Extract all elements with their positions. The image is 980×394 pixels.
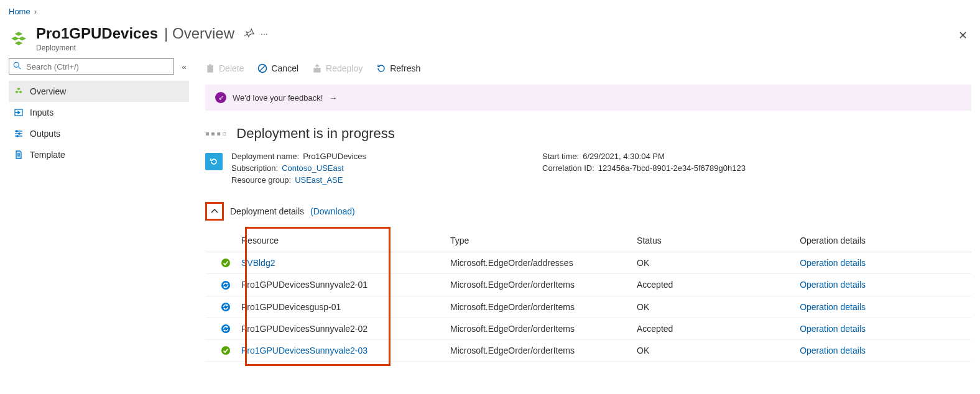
correlation-id: Correlation ID:123456a-7bcd-8901-2e34-5f… (542, 163, 746, 173)
resource-type: Microsoft.EdgeOrder/orderItems (450, 280, 575, 290)
resource-type: Microsoft.EdgeOrder/orderItems (450, 346, 575, 355)
sidebar-item-outputs[interactable]: Outputs (9, 123, 189, 144)
resource-link[interactable]: Pro1GPUDevicesSunnyvale2-03 (241, 346, 368, 355)
sidebar-item-template[interactable]: Template (9, 144, 189, 165)
sync-icon (220, 280, 231, 291)
subscription: Subscription:Contoso_USEast (231, 163, 517, 173)
operation-details-link[interactable]: Operation details (800, 302, 866, 312)
svg-rect-24 (314, 68, 320, 72)
chevron-right-icon: › (34, 7, 37, 16)
resource-name: Pro1GPUDevicesgusp-01 (241, 302, 341, 312)
sidebar-item-label: Template (30, 150, 65, 160)
check-circle-icon (220, 257, 231, 268)
subscription-link[interactable]: Contoso_USEast (282, 163, 344, 173)
svg-point-28 (221, 303, 230, 311)
page-subtitle: Deployment (36, 44, 268, 52)
svg-point-30 (221, 346, 230, 355)
sidebar: « Overview Inputs (9, 57, 189, 362)
sidebar-item-label: Outputs (30, 129, 60, 139)
svg-point-15 (17, 135, 18, 137)
svg-rect-19 (208, 66, 213, 72)
deployment-metadata: Deployment name:Pro1GPUDevices Start tim… (205, 152, 971, 185)
operation-details-link[interactable]: Operation details (800, 346, 866, 355)
toolbar: Delete Cancel Redeploy Refresh (205, 57, 971, 80)
resource-type: Microsoft.EdgeOrder/orderItems (450, 324, 575, 334)
svg-point-26 (221, 259, 230, 267)
table-row: SVBldg2Microsoft.EdgeOrder/addressesOKOp… (205, 252, 971, 274)
svg-point-14 (19, 133, 20, 134)
resource-group: Resource group:USEast_ASE (231, 175, 517, 185)
sync-icon (220, 323, 231, 334)
main-panel: Delete Cancel Redeploy Refresh ➶ We'd lo… (189, 57, 971, 362)
status-heading: Deployment is in progress (236, 126, 394, 142)
deployment-name: Deployment name:Pro1GPUDevices (231, 152, 517, 161)
feedback-icon: ➶ (215, 92, 226, 103)
outputs-icon (14, 129, 24, 138)
col-resource: Resource (236, 229, 445, 252)
resource-status: OK (637, 346, 649, 355)
svg-point-13 (16, 131, 17, 132)
inputs-icon (14, 108, 24, 117)
page-section: | Overview (164, 25, 234, 42)
svg-marker-6 (17, 88, 21, 90)
deployment-icon (9, 29, 29, 48)
breadcrumb-home[interactable]: Home (9, 7, 30, 16)
redeploy-button[interactable]: Redeploy (312, 63, 363, 73)
svg-marker-0 (15, 32, 22, 36)
deployment-details: Deployment details (Download) Resource T… (205, 202, 971, 362)
col-status: Status (632, 229, 793, 252)
operation-details-link[interactable]: Operation details (800, 280, 866, 290)
resource-name: Pro1GPUDevicesSunnyvale2-02 (241, 324, 368, 334)
close-icon[interactable]: ✕ (958, 29, 968, 42)
pin-icon[interactable] (244, 28, 254, 40)
download-link[interactable]: (Download) (310, 206, 355, 216)
sidebar-item-label: Inputs (30, 108, 53, 117)
arrow-right-icon: → (329, 93, 337, 103)
svg-point-4 (14, 62, 19, 67)
refresh-button[interactable]: Refresh (376, 63, 420, 73)
cancel-button[interactable]: Cancel (257, 63, 298, 73)
highlight-box (205, 202, 224, 221)
table-row: Pro1GPUDevicesSunnyvale2-03Microsoft.Edg… (205, 340, 971, 362)
col-op: Operation details (793, 229, 971, 252)
check-circle-icon (220, 345, 231, 356)
svg-marker-3 (15, 42, 22, 45)
page-header: Pro1GPUDevices | Overview ··· Deployment… (9, 22, 971, 57)
sidebar-item-inputs[interactable]: Inputs (9, 102, 189, 123)
details-table: Resource Type Status Operation details S… (205, 229, 971, 362)
page-title: Pro1GPUDevices (36, 25, 158, 42)
feedback-banner[interactable]: ➶ We'd love your feedback! → (205, 85, 971, 111)
table-row: Pro1GPUDevicesgusp-01Microsoft.EdgeOrder… (205, 296, 971, 318)
resource-group-link[interactable]: USEast_ASE (295, 175, 343, 185)
resource-status: OK (637, 258, 649, 268)
more-icon[interactable]: ··· (261, 29, 268, 39)
svg-point-27 (221, 281, 230, 290)
svg-point-29 (221, 324, 230, 333)
sidebar-item-overview[interactable]: Overview (9, 81, 189, 102)
collapse-sidebar-icon[interactable]: « (179, 62, 189, 71)
operation-details-link[interactable]: Operation details (800, 258, 866, 268)
table-row: Pro1GPUDevicesSunnyvale2-02Microsoft.Edg… (205, 318, 971, 339)
svg-line-23 (260, 66, 266, 71)
col-type: Type (445, 229, 632, 252)
resource-status: Accepted (637, 280, 673, 290)
resource-name: Pro1GPUDevicesSunnyvale2-01 (241, 280, 368, 290)
deployment-badge-icon (205, 153, 223, 170)
chevron-up-icon[interactable] (208, 205, 221, 218)
search-input[interactable] (25, 62, 170, 72)
table-row: Pro1GPUDevicesSunnyvale2-01Microsoft.Edg… (205, 274, 971, 296)
sync-icon (220, 301, 231, 313)
svg-marker-7 (15, 91, 19, 93)
svg-marker-1 (12, 37, 19, 40)
template-icon (14, 150, 24, 159)
details-title: Deployment details (230, 206, 304, 216)
sidebar-item-label: Overview (30, 86, 66, 96)
operation-details-link[interactable]: Operation details (800, 324, 866, 334)
svg-marker-8 (19, 91, 22, 93)
delete-button[interactable]: Delete (205, 63, 244, 73)
start-time: Start time:6/29/2021, 4:30:04 PM (542, 152, 746, 161)
search-input-wrapper[interactable] (9, 58, 174, 75)
resource-link[interactable]: SVBldg2 (241, 258, 275, 268)
svg-line-5 (19, 67, 21, 69)
resource-type: Microsoft.EdgeOrder/addresses (450, 258, 573, 268)
